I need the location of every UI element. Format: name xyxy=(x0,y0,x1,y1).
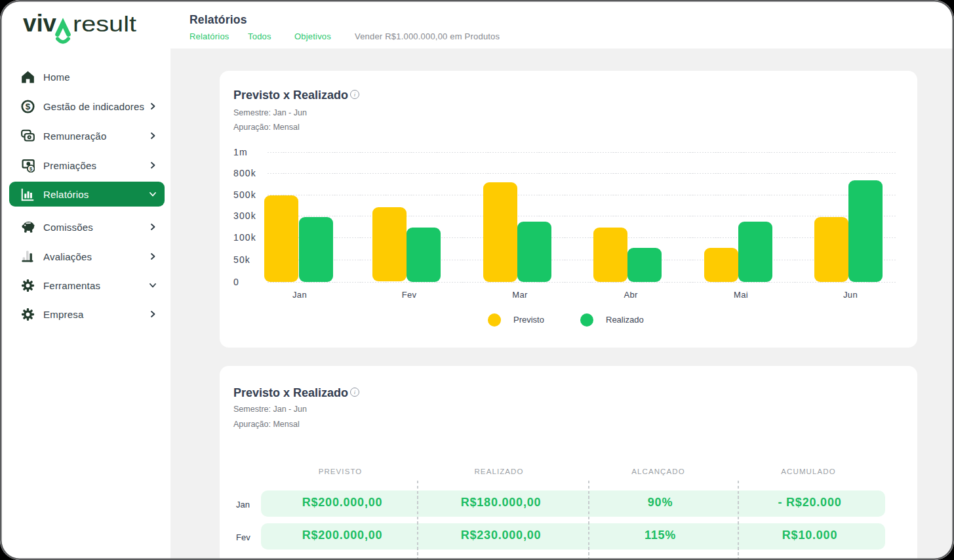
svg-text:viv: viv xyxy=(23,10,56,37)
svg-text:result: result xyxy=(73,12,136,36)
svg-text:$: $ xyxy=(26,101,31,111)
